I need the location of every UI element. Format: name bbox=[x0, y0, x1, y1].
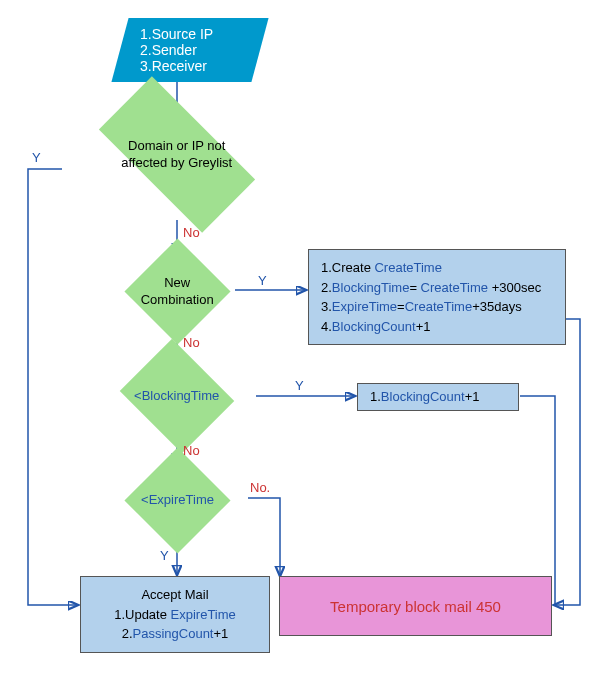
label-y-newcombo: Y bbox=[258, 273, 267, 288]
label-y-expire: Y bbox=[160, 548, 169, 563]
process-blocking-count: 1.BlockingCount+1 bbox=[357, 383, 519, 411]
process-temporary-block: Temporary block mail 450 bbox=[279, 576, 552, 636]
decision-greylist: Domain or IP not affected by Greylist bbox=[99, 76, 255, 232]
process-accept-mail: Accept Mail 1.Update ExpireTime 2.Passin… bbox=[80, 576, 270, 653]
decision-greylist-text: Domain or IP not affected by Greylist bbox=[104, 138, 250, 172]
decision-blocking-time: <BlockingTime bbox=[120, 339, 235, 454]
label-y-blocking: Y bbox=[295, 378, 304, 393]
start-line3: 3.Receiver bbox=[140, 58, 213, 74]
block-text: Temporary block mail 450 bbox=[330, 598, 501, 615]
start-line1: 1.Source IP bbox=[140, 26, 213, 42]
process-create: 1.Create CreateTime 2.BlockingTime= Crea… bbox=[308, 249, 566, 345]
accept-l2: 2.PassingCount+1 bbox=[93, 624, 257, 644]
decision-blocking-time-text: <BlockingTime bbox=[133, 388, 221, 405]
start-line2: 2.Sender bbox=[140, 42, 213, 58]
decision-new-combination-text: New Combination bbox=[140, 275, 215, 309]
label-y-greylist: Y bbox=[32, 150, 41, 165]
process-create-l4: 4.BlockingCount+1 bbox=[321, 317, 553, 337]
accept-title: Accept Mail bbox=[93, 585, 257, 605]
decision-new-combination: New Combination bbox=[124, 238, 230, 344]
label-no-expire: No. bbox=[250, 480, 270, 495]
process-blocking-l1: 1.BlockingCount+1 bbox=[370, 387, 480, 407]
decision-expire-time: <ExpireTime bbox=[124, 447, 230, 553]
process-create-l3: 3.ExpireTime=CreateTime+35days bbox=[321, 297, 553, 317]
start-node: 1.Source IP 2.Sender 3.Receiver bbox=[111, 18, 268, 82]
label-no-newcombo: No bbox=[183, 335, 200, 350]
process-create-l1: 1.Create CreateTime bbox=[321, 258, 553, 278]
label-no-greylist: No bbox=[183, 225, 200, 240]
decision-expire-time-text: <ExpireTime bbox=[140, 492, 215, 509]
process-create-l2: 2.BlockingTime= CreateTime +300sec bbox=[321, 278, 553, 298]
accept-l1: 1.Update ExpireTime bbox=[93, 605, 257, 625]
label-no-blocking: No bbox=[183, 443, 200, 458]
